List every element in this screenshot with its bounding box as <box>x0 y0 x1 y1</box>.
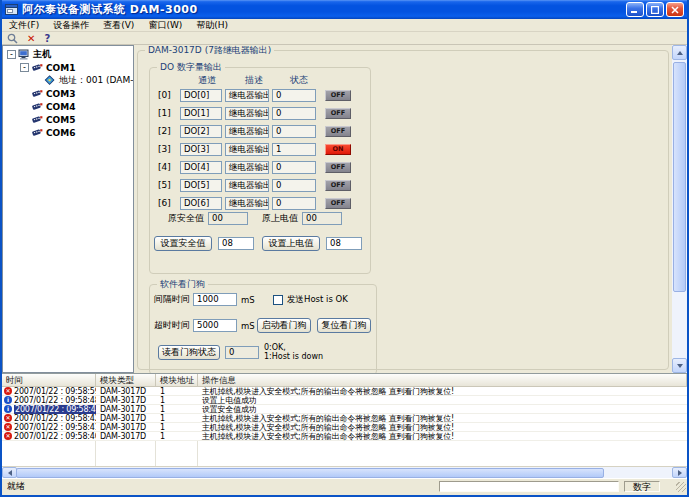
computer-icon <box>18 49 30 60</box>
interval-input[interactable]: 1000 <box>193 293 237 306</box>
log-time-text-2: 2007/01/22 : 09:58:47 <box>14 405 96 414</box>
status-field <box>439 481 619 492</box>
set-safe-value-input[interactable]: 08 <box>218 237 254 250</box>
do-toggle-button-4[interactable]: OFF <box>325 162 351 173</box>
window-title: 阿尔泰设备测试系统 DAM-3000 <box>22 2 626 17</box>
tree-item-com6[interactable]: COM6 <box>3 126 133 139</box>
collapse-toggle-host[interactable]: - <box>7 50 16 59</box>
reset-watchdog-button[interactable]: 复位看门狗 <box>317 318 371 333</box>
do-toggle-button-2[interactable]: OFF <box>325 126 351 137</box>
collapse-toggle-com1[interactable]: - <box>20 63 29 72</box>
minimize-button[interactable] <box>626 2 644 17</box>
scroll-right-button[interactable] <box>672 467 687 478</box>
com-port-icon <box>31 114 43 125</box>
log-cell-message-5: 主机掉线,模块进入安全模式;所有的输出命令将被忽略 直到看门狗被复位! <box>198 431 687 442</box>
do-desc-field-5[interactable]: 继电器输出 <box>225 179 269 192</box>
log-time-text-5: 2007/01/22 : 09:58:40 <box>14 432 96 441</box>
log-header: 时间 模块类型 模块地址 操作信息 <box>2 374 687 387</box>
scroll-down-button[interactable] <box>672 358 687 373</box>
timeout-input[interactable]: 5000 <box>193 319 237 332</box>
do-row-index-0: [0] <box>158 90 180 100</box>
do-desc-field-4[interactable]: 继电器输出 <box>225 161 269 174</box>
help-icon[interactable]: ? <box>44 33 50 44</box>
set-power-value-button[interactable]: 设置上电值 <box>262 236 320 251</box>
log-col-time[interactable]: 时间 <box>2 374 96 386</box>
maximize-button[interactable] <box>646 2 664 17</box>
tree-item-com4[interactable]: COM4 <box>3 100 133 113</box>
do-desc-field-0[interactable]: 继电器输出 <box>225 89 269 102</box>
scroll-up-button[interactable] <box>672 45 687 60</box>
do-toggle-button-5[interactable]: OFF <box>325 180 351 191</box>
log-col-module[interactable]: 模块类型 <box>96 374 156 386</box>
do-toggle-button-0[interactable]: OFF <box>325 90 351 101</box>
resize-grip[interactable] <box>676 482 686 492</box>
device-tree: -主机-COM1地址：001 (DAM-3017D)COM3COM4COM5CO… <box>2 45 134 373</box>
info-icon: i <box>4 405 12 413</box>
menu-item-device-ops[interactable]: 设备操作 <box>46 19 96 32</box>
status-bar: 就绪 数字 <box>2 478 687 493</box>
log-col-message[interactable]: 操作信息 <box>198 374 687 386</box>
do-toggle-button-1[interactable]: OFF <box>325 108 351 119</box>
set-power-value-input[interactable]: 08 <box>326 237 362 250</box>
content-area: -主机-COM1地址：001 (DAM-3017D)COM3COM4COM5CO… <box>2 45 687 373</box>
tree-item-label-host: 主机 <box>31 48 51 61</box>
search-icon[interactable] <box>7 33 18 44</box>
module-groupbox-title: DAM-3017D (7路继电器输出) <box>145 45 274 55</box>
orig-power-label: 原上电值 <box>262 212 298 225</box>
read-watchdog-status-button[interactable]: 读看门狗状态 <box>158 345 220 360</box>
do-channel-field-0[interactable]: DO[0] <box>180 89 222 102</box>
set-values-row: 设置安全值 08 设置上电值 08 <box>150 236 370 251</box>
tree-item-host[interactable]: -主机 <box>3 48 133 61</box>
delete-icon[interactable]: ✕ <box>27 33 35 44</box>
log-row-5[interactable]: ✕2007/01/22 : 09:58:40DAM-3017D1主机掉线,模块进… <box>2 432 687 441</box>
send-host-checkbox[interactable] <box>273 295 283 305</box>
tree-item-com5[interactable]: COM5 <box>3 113 133 126</box>
do-toggle-button-3[interactable]: ON <box>325 144 351 155</box>
do-row-4: [4]DO[4]继电器输出0OFF <box>150 158 370 176</box>
do-channel-field-6[interactable]: DO[6] <box>180 197 222 210</box>
menu-item-window[interactable]: 窗口(W) <box>141 19 189 32</box>
log-cell-address-5: 1 <box>156 432 198 441</box>
error-icon: ✕ <box>4 387 12 395</box>
toolbar: ✕ ? <box>2 32 687 45</box>
do-desc-field-2[interactable]: 继电器输出 <box>225 125 269 138</box>
log-time-text-1: 2007/01/22 : 09:58:48 <box>14 396 96 405</box>
horizontal-scrollbar-thumb[interactable] <box>16 468 604 478</box>
vertical-scrollbar[interactable] <box>672 45 687 373</box>
do-channel-field-5[interactable]: DO[5] <box>180 179 222 192</box>
horizontal-scrollbar[interactable] <box>2 466 687 478</box>
do-desc-field-6[interactable]: 继电器输出 <box>225 197 269 210</box>
do-row-5: [5]DO[5]继电器输出0OFF <box>150 176 370 194</box>
do-toggle-button-6[interactable]: OFF <box>325 198 351 209</box>
log-cell-address-0: 1 <box>156 387 198 396</box>
log-col-address[interactable]: 模块地址 <box>156 374 198 386</box>
do-desc-field-3[interactable]: 继电器输出 <box>225 143 269 156</box>
menu-item-file[interactable]: 文件(F) <box>2 19 46 32</box>
tree-item-com1[interactable]: -COM1 <box>3 61 133 74</box>
do-desc-field-1[interactable]: 继电器输出 <box>225 107 269 120</box>
vertical-scrollbar-thumb[interactable] <box>673 62 686 292</box>
log-cell-time-3: ✕2007/01/22 : 09:58:42 <box>2 414 96 423</box>
log-time-text-4: 2007/01/22 : 09:58:41 <box>14 423 96 432</box>
do-channel-field-4[interactable]: DO[4] <box>180 161 222 174</box>
tree-item-address-001[interactable]: 地址：001 (DAM-3017D) <box>3 74 133 87</box>
do-channel-field-2[interactable]: DO[2] <box>180 125 222 138</box>
scroll-left-button[interactable] <box>2 467 17 478</box>
do-row-0: [0]DO[0]继电器输出0OFF <box>150 86 370 104</box>
do-row-2: [2]DO[2]继电器输出0OFF <box>150 122 370 140</box>
tree-item-com3[interactable]: COM3 <box>3 87 133 100</box>
do-status-field-0: 0 <box>272 89 316 102</box>
log-cell-time-5: ✕2007/01/22 : 09:58:40 <box>2 432 96 441</box>
do-channel-field-1[interactable]: DO[1] <box>180 107 222 120</box>
do-status-field-2: 0 <box>272 125 316 138</box>
log-body: ✕2007/01/22 : 09:58:59DAM-3017D1主机掉线,模块进… <box>2 387 687 466</box>
do-channel-field-3[interactable]: DO[3] <box>180 143 222 156</box>
status-num-indicator: 数字 <box>624 481 660 492</box>
menu-item-view[interactable]: 查看(V) <box>96 19 141 32</box>
set-safe-value-button[interactable]: 设置安全值 <box>154 236 212 251</box>
do-row-index-5: [5] <box>158 180 180 190</box>
close-button[interactable] <box>666 2 684 17</box>
menu-item-help[interactable]: 帮助(H) <box>189 19 235 32</box>
interval-label: 间隔时间 <box>154 293 190 306</box>
start-watchdog-button[interactable]: 启动看门狗 <box>257 318 311 333</box>
